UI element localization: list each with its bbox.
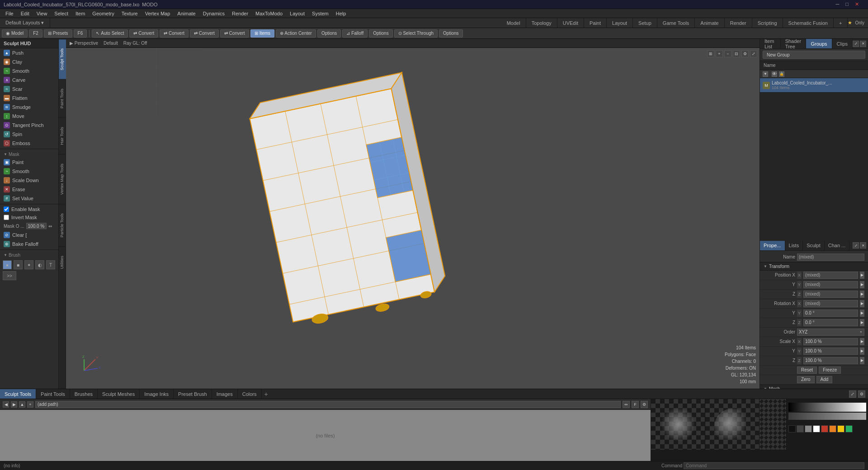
viewport[interactable]: ▶ Perspective Default Ray GL: Off <box>66 39 760 389</box>
bottom-tab-sculpt-meshes[interactable]: Sculpt Meshes <box>98 389 140 399</box>
tool-smooth[interactable]: ~ Smooth <box>0 66 58 75</box>
ramp-bar-2[interactable] <box>788 413 866 420</box>
mask-opacity-drag[interactable]: ⇔ <box>48 224 52 229</box>
mask-tool-erase[interactable]: ✕ Erase <box>0 185 58 194</box>
bottom-panel-settings[interactable]: ⚙ <box>858 390 865 398</box>
mask-tool-paint[interactable]: ▣ Paint <box>0 158 58 167</box>
f2-btn[interactable]: F2 <box>29 29 42 38</box>
menu-system[interactable]: System <box>308 10 332 17</box>
rot-x-value[interactable]: (mixed) <box>803 300 858 307</box>
brush-circle[interactable]: ● <box>3 260 12 269</box>
swatch-dark-gray[interactable] <box>797 425 804 432</box>
presets-btn[interactable]: ⊞ Presets <box>44 29 72 38</box>
menu-layout[interactable]: Layout <box>286 10 308 17</box>
scale-x-expand[interactable]: ▶ <box>860 338 864 345</box>
menu-render[interactable]: Render <box>228 10 252 17</box>
mask-tool-setvalue[interactable]: # Set Value <box>0 194 58 203</box>
path-add-btn[interactable]: + <box>27 401 33 408</box>
action-center-btn[interactable]: ⊕ Action Center <box>276 29 316 38</box>
tab-render[interactable]: Render <box>725 18 752 28</box>
pos-z-value[interactable]: (mixed) <box>803 291 858 298</box>
scale-y-xyz[interactable]: Y <box>797 348 802 355</box>
bottom-tab-preset-brush[interactable]: Preset Brush <box>174 389 212 399</box>
menu-maxtomodo[interactable]: MaxToModo <box>252 10 286 17</box>
select-through-btn[interactable]: ⊙ Select Through <box>394 29 438 38</box>
swatch-black[interactable] <box>788 425 796 432</box>
lock-icon[interactable]: 🔒 <box>779 71 784 77</box>
add-btn[interactable]: Add <box>816 376 833 383</box>
tab-paint[interactable]: Paint <box>584 18 607 28</box>
tab-scripting[interactable]: Scripting <box>752 18 783 28</box>
vp-maximize-btn[interactable]: ⤢ <box>750 50 757 57</box>
item-row-incubator[interactable]: M Labcold_Cooled_Incubator_... 104 Items <box>760 78 868 93</box>
auto-select-btn[interactable]: ↖ Auto Select <box>92 29 128 38</box>
vp-zoom-in-btn[interactable]: + <box>716 50 723 57</box>
convert-btn-4[interactable]: ⇄ Convert <box>220 29 249 38</box>
pos-y-value[interactable]: (mixed) <box>803 281 858 288</box>
tab-layout[interactable]: Layout <box>607 18 633 28</box>
path-extra-btn[interactable]: ⚙ <box>641 401 648 408</box>
path-up-btn[interactable]: ▲ <box>19 401 25 408</box>
viewport-canvas[interactable]: ⊞ + − ⊟ ⚙ ⤢ 104 Items Polygons: Face Cha… <box>66 48 760 389</box>
bottom-tab-brushes[interactable]: Brushes <box>70 389 98 399</box>
minimize-btn[interactable]: ─ <box>836 1 840 7</box>
rp-ctrl-expand[interactable]: ⤢ <box>853 41 859 47</box>
rot-y-xyz[interactable]: Y <box>797 310 802 317</box>
rot-x-expand[interactable]: ▶ <box>860 300 864 307</box>
options-btn-3[interactable]: Options <box>439 29 462 38</box>
brush-star[interactable]: ✦ <box>24 260 33 269</box>
menu-animate[interactable]: Animate <box>174 10 199 17</box>
swatch-gray[interactable] <box>805 425 812 432</box>
props-ctrl-close[interactable]: ✕ <box>860 242 866 249</box>
rot-y-expand[interactable]: ▶ <box>860 310 864 317</box>
tab-model[interactable]: Model <box>501 18 526 28</box>
tool-carve[interactable]: ∧ Carve <box>0 75 58 85</box>
vp-layout-btn[interactable]: ⊟ <box>733 50 740 57</box>
convert-btn-2[interactable]: ⇄ Convert <box>160 29 189 38</box>
new-group-btn[interactable]: New Group <box>763 51 865 59</box>
mask-tool-smooth[interactable]: ~ Smooth <box>0 167 58 176</box>
tab-gametools[interactable]: Game Tools <box>657 18 695 28</box>
rot-z-expand[interactable]: ▶ <box>860 319 864 326</box>
rp-tab-groups[interactable]: Groups <box>806 39 832 48</box>
vert-tab-sculpt-tools[interactable]: Sculpt Tools <box>59 39 66 79</box>
name-value[interactable]: (mixed) <box>797 254 864 261</box>
tab-add[interactable]: + <box>834 18 848 28</box>
scale-y-expand[interactable]: ▶ <box>860 348 864 355</box>
scale-z-value[interactable]: 100.0 % <box>803 357 858 364</box>
props-ctrl-expand[interactable]: ⤢ <box>853 242 859 249</box>
rot-z-value[interactable]: 0.0 ° <box>803 319 858 326</box>
tab-setup[interactable]: Setup <box>633 18 657 28</box>
vert-tab-hair-tools[interactable]: Hair Tools <box>59 118 66 154</box>
tool-move[interactable]: ↕ Move <box>0 112 58 121</box>
close-btn[interactable]: ✕ <box>855 1 859 7</box>
tab-animate[interactable]: Animate <box>695 18 724 28</box>
tool-smudge[interactable]: ≋ Smudge <box>0 103 58 112</box>
vis-icon-eye[interactable]: 👁 <box>772 71 777 77</box>
menu-view[interactable]: View <box>33 10 51 17</box>
bottom-tab-images[interactable]: Images <box>212 389 238 399</box>
brush-preview-1[interactable] <box>651 399 705 450</box>
pos-z-expand[interactable]: ▶ <box>860 291 864 298</box>
swatch-orange[interactable] <box>829 425 836 432</box>
rot-y-value[interactable]: 0.0 ° <box>803 310 858 317</box>
vp-shading-label[interactable]: Default <box>104 41 118 46</box>
path-input[interactable] <box>35 401 621 408</box>
tool-push[interactable]: ▲ Push <box>0 48 58 57</box>
pos-x-value[interactable]: (mixed) <box>803 272 858 279</box>
tool-flatten[interactable]: ▬ Flatten <box>0 94 58 103</box>
path-forward-btn[interactable]: ▶ <box>11 401 17 408</box>
mask-opacity-input[interactable] <box>26 223 47 229</box>
menu-edit[interactable]: Edit <box>17 10 33 17</box>
path-slider[interactable]: ⇔ <box>623 401 630 408</box>
vp-perspective-label[interactable]: ▶ Perspective <box>70 41 98 46</box>
convert-btn-1[interactable]: ⇄ Convert <box>129 29 158 38</box>
menu-select[interactable]: Select <box>51 10 72 17</box>
brush-preview-3[interactable] <box>760 399 787 450</box>
rp-tab-item-list[interactable]: Item List <box>760 39 781 48</box>
bottom-tab-paint-tools[interactable]: Paint Tools <box>36 389 70 399</box>
vp-zoom-out-btn[interactable]: − <box>724 50 731 57</box>
pos-y-xyz[interactable]: Y <box>797 281 802 288</box>
gradient-bar[interactable] <box>788 403 866 412</box>
pos-z-xyz[interactable]: Z <box>797 291 802 298</box>
